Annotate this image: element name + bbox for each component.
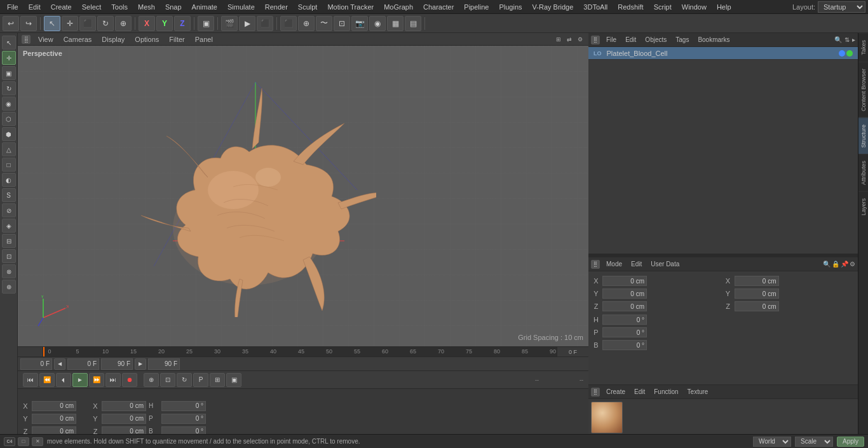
left-tool-11[interactable]: S: [2, 188, 16, 202]
attr-lock-icon[interactable]: 🔒: [832, 261, 839, 268]
left-tool-move[interactable]: ✛: [2, 51, 16, 65]
record-button[interactable]: ⏺: [122, 373, 137, 387]
viewport[interactable]: Perspective: [18, 46, 588, 346]
tab-attributes[interactable]: Attributes: [858, 154, 868, 191]
all-transform-button[interactable]: ⊕: [115, 16, 132, 31]
attr-y2-input[interactable]: [735, 288, 779, 299]
go-to-start-button[interactable]: ⏮: [23, 373, 38, 387]
menu-motion-tracker[interactable]: Motion Tracker: [323, 2, 378, 12]
attr-b-input[interactable]: [602, 340, 647, 350]
redo-button[interactable]: ↪: [20, 16, 37, 31]
left-tool-7[interactable]: ⬢: [2, 127, 16, 141]
hud-button[interactable]: ▤: [405, 16, 421, 31]
p-input[interactable]: [161, 414, 206, 424]
rotate-tool-button[interactable]: ↻: [97, 16, 114, 31]
current-frame-input[interactable]: [20, 358, 52, 370]
obj-color-dot-green[interactable]: [846, 50, 853, 57]
obj-objects-menu[interactable]: Objects: [642, 36, 669, 44]
status-minimize-icon[interactable]: □: [18, 437, 29, 446]
left-tool-10[interactable]: ◐: [2, 173, 16, 187]
attr-userdata-menu[interactable]: User Data: [648, 260, 682, 268]
tab-structure[interactable]: Structure: [858, 118, 868, 154]
left-tool-5[interactable]: ◉: [2, 97, 16, 111]
render-full-button[interactable]: ⬛: [257, 16, 273, 31]
attr-z-input[interactable]: [602, 301, 647, 311]
z-axis-button[interactable]: Z: [174, 16, 191, 31]
add-object-button[interactable]: ⊕: [298, 16, 315, 31]
layer-button[interactable]: ▣: [226, 373, 241, 387]
attr-x-input[interactable]: [602, 276, 647, 286]
start-frame-input[interactable]: [67, 358, 99, 370]
camera-button[interactable]: 📷: [351, 16, 368, 31]
menu-mesh[interactable]: Mesh: [133, 2, 159, 12]
menu-create[interactable]: Create: [46, 2, 76, 12]
attr-search-icon[interactable]: 🔍: [823, 261, 831, 268]
menu-tools[interactable]: Tools: [107, 2, 132, 12]
left-tool-select[interactable]: ↖: [2, 36, 16, 50]
step-forward-button[interactable]: ⏩: [89, 373, 104, 387]
layout-select[interactable]: Startup Standard: [818, 1, 865, 13]
model-mode-button[interactable]: ▣: [198, 16, 214, 31]
attr-pin-icon[interactable]: 📌: [841, 261, 848, 268]
left-tool-13[interactable]: ◈: [2, 219, 16, 233]
frame-step-down[interactable]: ◀: [54, 358, 65, 370]
menu-sculpt[interactable]: Sculpt: [294, 2, 322, 12]
obj-bookmarks-menu[interactable]: Bookmarks: [695, 36, 732, 44]
menu-render[interactable]: Render: [261, 2, 292, 12]
obj-color-dot-blue[interactable]: [839, 50, 845, 57]
obj-search-btn[interactable]: 🔍: [834, 36, 842, 43]
viewport-menu-options[interactable]: Options: [132, 35, 161, 44]
x-rot-input[interactable]: [102, 401, 146, 411]
menu-3dtoall[interactable]: 3DToAll: [579, 2, 612, 12]
cube-button[interactable]: ⬛: [280, 16, 297, 31]
y-rot-input[interactable]: [102, 414, 146, 424]
menu-plugins[interactable]: Plugins: [494, 2, 526, 12]
obj-edit-menu[interactable]: Edit: [623, 36, 639, 44]
attr-y-input[interactable]: [602, 288, 647, 299]
menu-animate[interactable]: Animate: [187, 2, 222, 12]
move-tool-button[interactable]: ✛: [62, 16, 78, 31]
obj-tags-menu[interactable]: Tags: [673, 36, 691, 44]
world-dropdown[interactable]: World: [753, 437, 791, 447]
spline-button[interactable]: 〜: [316, 16, 332, 31]
attr-z2-input[interactable]: [735, 301, 779, 311]
mat-function-menu[interactable]: Function: [651, 388, 681, 396]
attr-mode-menu[interactable]: Mode: [604, 260, 625, 268]
left-tool-scale[interactable]: ▣: [2, 66, 16, 80]
left-tool-8[interactable]: △: [2, 142, 16, 156]
x-pos-input[interactable]: [32, 401, 76, 411]
left-tool-14[interactable]: ⊟: [2, 234, 16, 248]
viewport-menu-panel[interactable]: Panel: [193, 35, 215, 44]
menu-edit[interactable]: Edit: [24, 2, 45, 12]
menu-character[interactable]: Character: [419, 2, 458, 12]
add-keyframe-button[interactable]: ⊕: [144, 373, 159, 387]
apply-button[interactable]: Apply: [837, 437, 864, 447]
grid-view-button[interactable]: ⊞: [210, 373, 225, 387]
menu-vray[interactable]: V-Ray Bridge: [528, 2, 578, 12]
menu-select[interactable]: Select: [78, 2, 106, 12]
cursor-tool-button[interactable]: ↖: [44, 16, 60, 31]
menu-pipeline[interactable]: Pipeline: [459, 2, 493, 12]
preview-frame-input[interactable]: [148, 358, 180, 370]
auto-keyframe-button[interactable]: ↻: [177, 373, 192, 387]
left-tool-9[interactable]: □: [2, 158, 16, 172]
left-tool-15[interactable]: ⊡: [2, 249, 16, 263]
viewport-menu-filter[interactable]: Filter: [166, 35, 187, 44]
end-frame-input[interactable]: [101, 358, 133, 370]
status-close-icon[interactable]: ✕: [32, 437, 43, 446]
viewport-menu-view[interactable]: View: [36, 35, 56, 44]
step-back-button[interactable]: ⏪: [39, 373, 55, 387]
obj-file-menu[interactable]: File: [604, 36, 619, 44]
attr-h-input[interactable]: [602, 315, 647, 325]
undo-button[interactable]: ↩: [3, 16, 19, 31]
go-to-end-button[interactable]: ⏭: [105, 373, 121, 387]
x-axis-button[interactable]: X: [139, 16, 155, 31]
y-pos-input[interactable]: [32, 414, 76, 424]
render-region-button[interactable]: ▶: [239, 16, 255, 31]
obj-more-btn[interactable]: ▸: [852, 36, 855, 43]
light-button[interactable]: ◉: [369, 16, 386, 31]
tab-layers[interactable]: Layers: [858, 191, 868, 222]
menu-simulate[interactable]: Simulate: [223, 2, 259, 12]
viewport-solo-button[interactable]: ▦: [387, 16, 403, 31]
viewport-maximize-icon[interactable]: ⊞: [554, 35, 563, 44]
